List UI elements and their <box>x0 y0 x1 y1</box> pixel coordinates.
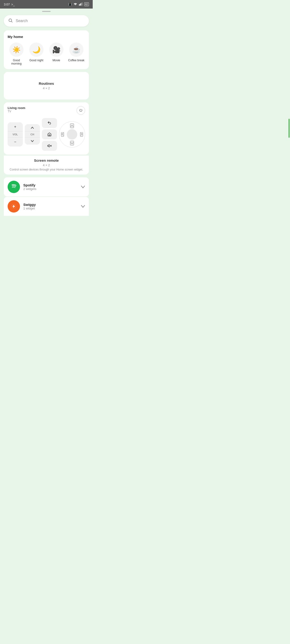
time-display: 3:07 <box>4 2 10 6</box>
dpad-control <box>59 121 85 148</box>
back-button[interactable] <box>42 118 57 128</box>
ch-label: CH <box>25 132 40 137</box>
routine-label-movie: Movie <box>53 59 60 62</box>
ch-up-button[interactable] <box>25 124 40 132</box>
swiggy-chevron-icon <box>81 204 85 209</box>
wifi-icon <box>73 2 78 6</box>
ch-down-button[interactable] <box>25 137 40 144</box>
battery-icon: 82 <box>84 2 89 6</box>
spotify-app-row[interactable]: Spotify 2 widgets <box>4 178 89 196</box>
dpad-right-button[interactable] <box>80 132 83 137</box>
routine-label-good-morning: Good morning <box>8 59 25 65</box>
routine-good-night[interactable]: 🌙 Good night <box>28 42 45 65</box>
routine-movie[interactable]: 🎥 Movie <box>48 42 65 65</box>
vol-down-button[interactable]: − <box>8 137 23 146</box>
svg-rect-1 <box>80 4 80 6</box>
routine-good-morning[interactable]: ☀️ Good morning <box>8 42 25 65</box>
swiggy-name: Swiggy <box>23 202 78 206</box>
screen-remote-description: Control screen devices through your Home… <box>8 168 85 171</box>
routine-icon-coffee-break: ☕ <box>69 42 83 57</box>
spotify-name: Spotify <box>23 183 78 187</box>
search-icon <box>8 18 13 24</box>
vibrate-icon: 📳 <box>68 2 72 6</box>
screen-remote-size: 4 × 2 <box>8 163 85 167</box>
mute-button[interactable] <box>42 141 57 151</box>
svg-rect-0 <box>79 4 79 6</box>
swiggy-widget-count: 1 widget <box>23 206 78 210</box>
ch-control: CH <box>25 124 40 144</box>
status-bar: 3:07 >_ 📳 82 <box>0 0 93 8</box>
dpad <box>59 121 85 148</box>
routine-label-coffee-break: Coffee break <box>68 59 85 62</box>
mid-controls <box>42 118 57 151</box>
dpad-up-button[interactable] <box>70 124 74 128</box>
vol-up-button[interactable]: + <box>8 122 23 132</box>
svg-rect-3 <box>81 2 82 6</box>
dpad-left-button[interactable] <box>61 132 64 137</box>
svg-point-10 <box>10 183 17 190</box>
svg-rect-2 <box>80 3 81 6</box>
routine-icon-good-night: 🌙 <box>29 42 44 57</box>
my-home-title: My home <box>8 35 85 39</box>
routines-widget-size: 4 × 2 <box>8 86 85 90</box>
dpad-center[interactable] <box>67 129 77 140</box>
spotify-chevron-icon <box>81 184 85 190</box>
vol-label: VOL <box>8 132 23 137</box>
svg-line-6 <box>12 21 12 22</box>
vol-control: + VOL − <box>8 122 23 146</box>
spotify-widget-count: 2 widgets <box>23 187 78 191</box>
routines-widget-card: Routines 4 × 2 <box>4 72 89 100</box>
home-button[interactable] <box>42 130 57 140</box>
screen-remote-title: Screen remote <box>8 158 85 162</box>
my-home-card: My home ☀️ Good morning 🌙 Good night 🎥 M… <box>4 30 89 69</box>
routines-grid: ☀️ Good morning 🌙 Good night 🎥 Movie ☕ C… <box>8 42 85 65</box>
swiggy-icon <box>8 200 20 212</box>
search-placeholder-text: Search <box>16 19 28 23</box>
remote-device: TV <box>8 110 25 113</box>
drag-handle <box>42 11 51 12</box>
prompt-icon: >_ <box>11 2 15 6</box>
search-bar[interactable]: Search <box>4 15 89 26</box>
dpad-down-button[interactable] <box>70 141 74 145</box>
remote-card: Living room TV + VOL − <box>4 102 89 154</box>
routine-coffee-break[interactable]: ☕ Coffee break <box>68 42 85 65</box>
sheet-container: Search My home ☀️ Good morning 🌙 Good ni… <box>0 11 93 225</box>
swiggy-app-row[interactable]: Swiggy 1 widget <box>4 197 89 216</box>
svg-rect-4 <box>82 2 83 6</box>
routines-widget-title: Routines <box>8 82 85 86</box>
routine-icon-movie: 🎥 <box>49 42 64 57</box>
routine-label-good-night: Good night <box>30 59 44 62</box>
spotify-icon <box>8 181 20 193</box>
screen-remote-info: Screen remote 4 × 2 Control screen devic… <box>4 156 89 174</box>
svg-rect-7 <box>49 135 50 136</box>
power-button[interactable] <box>77 106 85 115</box>
remote-room: Living room <box>8 106 25 110</box>
signal-icon <box>79 2 83 6</box>
routine-icon-good-morning: ☀️ <box>9 42 24 57</box>
